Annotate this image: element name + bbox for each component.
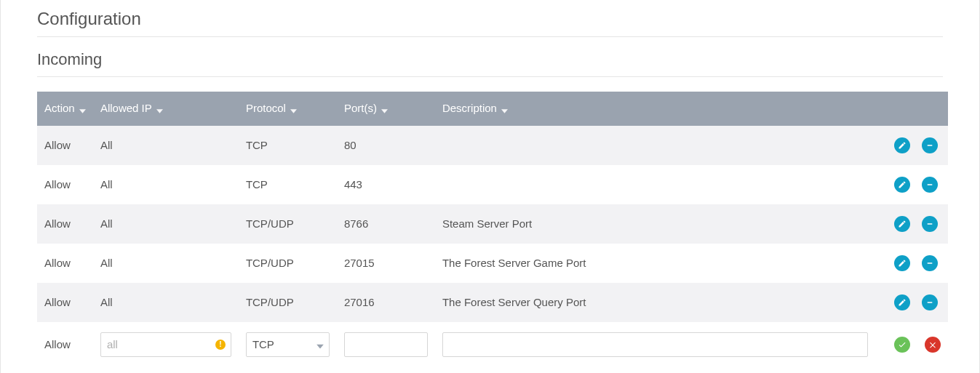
cell-description: [435, 165, 875, 204]
cell-allowed-ip: All: [93, 204, 239, 244]
pencil-icon: [898, 141, 907, 150]
cell-protocol: TCP/UDP: [239, 244, 337, 283]
cell-operations: [875, 126, 948, 165]
cell-operations: [875, 244, 948, 283]
minus-icon: [925, 180, 934, 189]
remove-rule-button[interactable]: [922, 177, 938, 193]
incoming-title: Incoming: [37, 37, 943, 77]
cell-description: The Forest Server Game Port: [435, 244, 875, 283]
cell-action: Allow: [37, 165, 93, 204]
table-header-row: Action Allowed IP Protocol: [37, 92, 948, 126]
pencil-icon: [898, 220, 907, 228]
cell-ports: 443: [337, 165, 435, 204]
remove-rule-button[interactable]: [922, 294, 938, 310]
caret-down-icon: [501, 103, 508, 116]
firewall-config-panel: Configuration Incoming Action Allowed IP: [0, 0, 980, 373]
allowed-ip-field-wrap: !: [100, 332, 231, 357]
cell-ports: 80: [337, 126, 435, 165]
pencil-icon: [898, 298, 907, 307]
table-row: AllowAllTCP/UDP27015The Forest Server Ga…: [37, 244, 948, 283]
cell-description: The Forest Server Query Port: [435, 283, 875, 322]
cell-protocol: TCP: [239, 126, 337, 165]
add-rule-action-label: Allow: [44, 338, 71, 350]
check-icon: [898, 340, 907, 349]
cell-protocol: TCP: [239, 165, 337, 204]
caret-down-icon: [381, 103, 388, 116]
cell-allowed-ip: All: [93, 126, 239, 165]
edit-rule-button[interactable]: [894, 255, 910, 271]
table-row: AllowAllTCP443: [37, 165, 948, 204]
cell-allowed-ip: All: [93, 283, 239, 322]
table-row: AllowAllTCP/UDP8766Steam Server Port: [37, 204, 948, 244]
caret-down-icon: [79, 103, 86, 116]
warning-icon: !: [215, 340, 226, 350]
cell-action: Allow: [37, 244, 93, 283]
edit-rule-button[interactable]: [894, 177, 910, 193]
svg-rect-1: [928, 184, 933, 185]
minus-icon: [925, 298, 934, 307]
table-row: AllowAllTCP80: [37, 126, 948, 165]
caret-down-icon: [290, 103, 297, 116]
header-action[interactable]: Action: [37, 92, 93, 126]
edit-rule-button[interactable]: [894, 294, 910, 310]
pencil-icon: [898, 180, 907, 189]
svg-rect-0: [928, 145, 933, 146]
header-allowed-ip[interactable]: Allowed IP: [93, 92, 239, 126]
cell-description: Steam Server Port: [435, 204, 875, 244]
cell-allowed-ip: All: [93, 165, 239, 204]
svg-rect-3: [928, 262, 933, 264]
header-ports[interactable]: Port(s): [337, 92, 435, 126]
section-title: Configuration: [37, 0, 943, 37]
cell-operations: [875, 283, 948, 322]
table-row: AllowAllTCP/UDP27016The Forest Server Qu…: [37, 283, 948, 322]
cell-ports: 27015: [337, 244, 435, 283]
cell-operations: [875, 204, 948, 244]
remove-rule-button[interactable]: [922, 216, 938, 232]
cell-protocol: TCP/UDP: [239, 283, 337, 322]
allowed-ip-input[interactable]: [100, 332, 231, 357]
header-protocol[interactable]: Protocol: [239, 92, 337, 126]
edit-rule-button[interactable]: [894, 216, 910, 232]
description-input[interactable]: [442, 332, 868, 357]
ports-input[interactable]: [344, 332, 428, 357]
svg-rect-4: [928, 302, 933, 303]
rules-table: Action Allowed IP Protocol: [37, 92, 948, 367]
x-icon: [928, 340, 937, 349]
cell-ports: 8766: [337, 204, 435, 244]
remove-rule-button[interactable]: [922, 137, 938, 153]
cell-action: Allow: [37, 126, 93, 165]
minus-icon: [925, 259, 934, 268]
caret-down-icon: [156, 103, 163, 116]
header-description[interactable]: Description: [435, 92, 875, 126]
cell-protocol: TCP/UDP: [239, 204, 337, 244]
cancel-add-button[interactable]: [925, 337, 941, 353]
cell-ports: 27016: [337, 283, 435, 322]
cell-action: Allow: [37, 283, 93, 322]
minus-icon: [925, 141, 934, 150]
remove-rule-button[interactable]: [922, 255, 938, 271]
protocol-select-wrap: [246, 332, 330, 357]
confirm-add-button[interactable]: [894, 337, 910, 353]
cell-operations: [875, 165, 948, 204]
rules-tbody: AllowAllTCP80AllowAllTCP443AllowAllTCP/U…: [37, 126, 948, 367]
protocol-select[interactable]: [246, 332, 330, 357]
pencil-icon: [898, 259, 907, 268]
edit-rule-button[interactable]: [894, 137, 910, 153]
cell-allowed-ip: All: [93, 244, 239, 283]
add-rule-row: Allow !: [37, 322, 948, 367]
svg-rect-2: [928, 223, 933, 225]
minus-icon: [925, 220, 934, 228]
cell-description: [435, 126, 875, 165]
header-operations: [875, 92, 948, 126]
cell-action: Allow: [37, 204, 93, 244]
